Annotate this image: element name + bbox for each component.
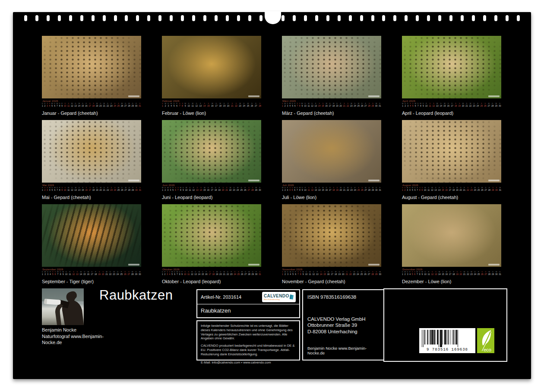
- mini-calendar-day: M30: [139, 271, 141, 275]
- mini-calendar-day: D18: [215, 187, 217, 191]
- mini-calendar-day: D28: [491, 103, 494, 107]
- mini-calendar-day: D21: [103, 187, 106, 191]
- mini-calendar: April 2026M1D2F3S4S5M6D7M8D9F10S11S12M13…: [402, 100, 501, 109]
- binding-hole: [281, 15, 285, 21]
- mini-calendar-day: D21: [465, 103, 468, 107]
- mini-calendar-day: M22: [229, 187, 232, 191]
- mini-calendar-day: F16: [85, 103, 88, 107]
- mini-calendar-day: D3: [287, 271, 288, 275]
- mini-calendar-day: D17: [449, 271, 452, 275]
- mini-calendar-day: S12: [432, 103, 435, 107]
- mini-calendar-day: M27: [487, 103, 490, 107]
- mini-calendar-day: S1: [282, 271, 283, 275]
- mini-calendar-day: D8: [419, 271, 421, 275]
- mini-calendar-day: M20: [339, 187, 342, 191]
- binding-hole: [449, 15, 452, 21]
- mini-calendar-day: D7: [297, 187, 298, 191]
- mini-calendar: November 2026S1M2D3M4D5F6S7S8M9D10M11D12…: [282, 268, 381, 277]
- mini-calendar-day: D20: [99, 103, 102, 107]
- mini-calendar-day: M25: [117, 187, 120, 191]
- mini-calendar-day: S4: [49, 103, 51, 107]
- mini-calendar-day: S20: [459, 271, 462, 275]
- month-cell: November 2026S1M2D3M4D5F6S7S8M9D10M11D12…: [282, 204, 381, 284]
- calendar-back-page: Januar 2026D1F2S3S4M5D6M7D8F9S10S11M12D1…: [13, 12, 531, 379]
- mini-calendar-day: M7: [57, 271, 58, 275]
- photographer-role: Naturfotograf www.Benjamin-Nocke.de: [42, 334, 107, 346]
- mini-calendar: August 2026S1S2M3D4M5D6F7S8S9M10D11M12D1…: [402, 184, 501, 193]
- mini-calendar-day: D17: [331, 271, 333, 275]
- mini-calendar-day: D7: [57, 187, 58, 191]
- mini-calendar-day: M20: [462, 103, 465, 107]
- mini-calendar-day: F7: [417, 187, 418, 191]
- photographer-name: Benjamin Nocke: [42, 327, 76, 332]
- mini-calendar-day: S11: [67, 103, 70, 107]
- mini-calendar-day: F28: [488, 187, 491, 191]
- mini-calendar-day: F24: [477, 103, 479, 107]
- mini-calendar-day: S15: [442, 187, 444, 191]
- mini-calendar-day: S13: [435, 271, 437, 275]
- binding-hole: [158, 15, 161, 21]
- binding-hole: [114, 15, 117, 21]
- mini-calendar-day: D15: [83, 271, 86, 275]
- mini-calendar-day: F16: [205, 271, 208, 275]
- mini-calendar-day: S21: [231, 103, 234, 107]
- mini-calendar-day: D5: [52, 187, 53, 191]
- mini-calendar-day: M19: [456, 187, 459, 191]
- mini-calendar-day: D10: [65, 271, 68, 275]
- binding-hole: [92, 15, 95, 21]
- mini-calendar-day: S29: [372, 103, 374, 107]
- mini-calendar-day: F25: [120, 271, 123, 275]
- month-photo-cheetah-portrait: [42, 120, 141, 183]
- mini-calendar: Januar 2026D1F2S3S4M5D6M7D8F9S10S11M12D1…: [42, 100, 141, 109]
- mini-calendar-day: S17: [89, 103, 91, 107]
- mini-calendar-day: S1: [402, 187, 403, 191]
- mini-calendar-day: D22: [107, 103, 109, 107]
- binding-hole: [58, 15, 61, 21]
- month-cell: Oktober 2026D1F2S3S4M5D6M7D8F9S10S11M12D…: [162, 204, 261, 284]
- mini-calendar-day: F12: [192, 187, 195, 191]
- mini-calendar: September 2026D1M2D3F4S5S6M7D8M9D10F11S1…: [42, 268, 141, 277]
- barcode-bars: [422, 330, 473, 347]
- mini-calendar-day: S16: [445, 187, 448, 191]
- mini-calendar-day: D22: [227, 271, 229, 275]
- mini-calendar-day: F3: [407, 103, 408, 107]
- binding-hole: [248, 15, 251, 21]
- mini-calendar-day: M6: [294, 187, 295, 191]
- mini-calendar-day: S27: [127, 271, 130, 275]
- publisher-box: ISBN 9783516169638 CALVENDO Verlag GmbH …: [302, 289, 384, 360]
- mini-calendar-day: S9: [61, 187, 63, 191]
- mini-calendar-day: M3: [167, 187, 168, 191]
- mini-calendar-day: D6: [174, 271, 175, 275]
- mini-calendar-day: F13: [316, 271, 319, 275]
- mini-calendar-day: F14: [438, 187, 441, 191]
- mini-calendar-day: S6: [414, 271, 415, 275]
- mini-calendar-day: S21: [345, 271, 348, 275]
- mini-calendar-day: S25: [117, 103, 120, 107]
- month-photo-lion-pair-rocks: [282, 120, 381, 183]
- mini-calendar-day: M13: [315, 187, 317, 191]
- mini-calendar-day: S16: [85, 187, 88, 191]
- mini-calendar-day: D23: [233, 187, 235, 191]
- mini-calendar-days: D1M2D3F4S5S6M7D8M9D10F11S12S13M14D15M16D…: [42, 271, 141, 275]
- mini-calendar-day: F11: [69, 271, 71, 275]
- mini-calendar-day: M7: [417, 271, 418, 275]
- binding-hole: [181, 15, 184, 21]
- mini-calendar-day: M23: [113, 271, 115, 275]
- mini-calendar-day: S28: [251, 187, 254, 191]
- mini-calendar-day: D9: [183, 187, 184, 191]
- mini-calendar-day: D13: [434, 187, 437, 191]
- mini-calendar-day: M11: [309, 271, 311, 275]
- legal-text-1: Infolge bestehender Schutzrechte ist es …: [201, 324, 296, 341]
- mini-calendar-day: S6: [55, 271, 56, 275]
- mini-calendar-day: D12: [311, 103, 313, 107]
- mini-calendar-day: D23: [350, 187, 353, 191]
- photo-credit: [488, 180, 500, 181]
- mini-calendar-day: M29: [495, 103, 498, 107]
- mini-calendar-day: S17: [209, 271, 211, 275]
- month-label: Mai - Gepard (cheetah): [42, 195, 141, 200]
- mini-calendar-day: M25: [247, 103, 250, 107]
- month-label: März - Gepard (cheetah): [282, 111, 381, 116]
- mini-calendar-day: S5: [52, 271, 54, 275]
- mini-calendar-days: F1S2S3M4D5M6D7F8S9S10M11D12M13D14F15S16S…: [42, 187, 141, 191]
- mini-calendar-day: M9: [62, 271, 63, 275]
